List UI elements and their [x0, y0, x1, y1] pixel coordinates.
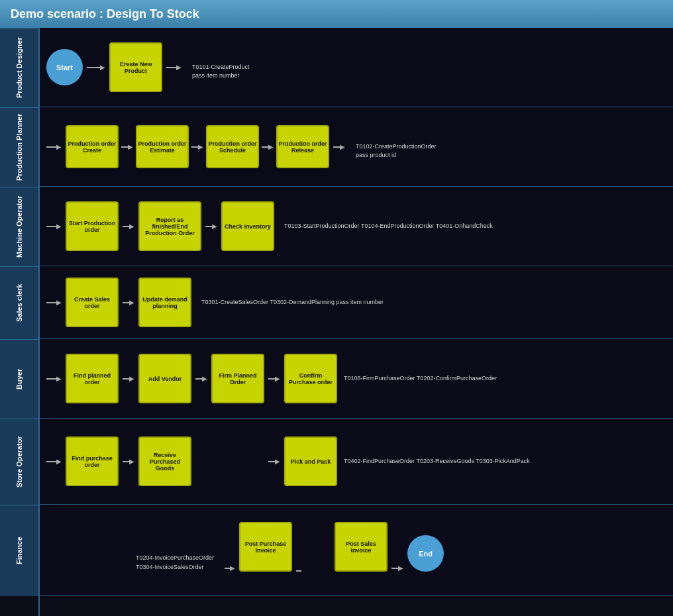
lane-label-production-planner: Production Planner	[0, 107, 38, 187]
start-node: Start	[46, 49, 83, 85]
task-firm-planned-order[interactable]: Firm Planned Order	[211, 354, 264, 403]
end-node: End	[407, 535, 444, 572]
task-add-vendor[interactable]: Add Vendor	[138, 354, 191, 403]
lane-production-planner: ▶ Production order Create ▶ Production o…	[40, 107, 673, 187]
page-title: Demo scenario : Design To Stock	[11, 7, 199, 21]
task-post-sales-invoice[interactable]: Post Sales Invoice	[335, 522, 388, 572]
task-find-purchase-order[interactable]: Find purchase order	[66, 436, 119, 486]
task-create-sales-order[interactable]: Create Sales order	[66, 278, 119, 327]
annotation-t0204-t0304: T0204-InvoicePurchaseOrder T0304-Invoice…	[136, 545, 214, 572]
task-production-order-release[interactable]: Production order Release	[276, 125, 329, 168]
task-create-new-product[interactable]: Create New Product	[109, 42, 162, 92]
lane-sales-clerk: ▶ Create Sales order ▶ Update demand pla…	[40, 266, 673, 339]
task-production-order-estimate[interactable]: Production order Estimate	[136, 125, 189, 168]
task-production-order-schedule[interactable]: Production order Schedule	[206, 125, 259, 168]
task-production-order-create[interactable]: Production order Create	[66, 125, 119, 168]
task-check-inventory[interactable]: Check Inventory	[221, 201, 274, 251]
lane-product-designer: Start ▶ Create New Product ▶ T0101-Creat…	[40, 28, 673, 107]
lane-label-sales-clerk: Sales clerk	[0, 266, 38, 339]
task-report-finished[interactable]: Report as finished/End Production Order	[138, 201, 201, 251]
title-bar: Demo scenario : Design To Stock	[0, 0, 673, 28]
lane-buyer: ▶ Find planned order ▶ Add Vendor ▶ Fi	[40, 339, 673, 419]
annotation-t0102: T0102-CreateProductionOrder pass product…	[356, 134, 437, 160]
lane-label-buyer: Buyer	[0, 339, 38, 419]
task-find-planned-order[interactable]: Find planned order	[66, 354, 119, 403]
annotation-t0301-t0302: T0301-CreateSalesOrder T0302-DemandPlann…	[201, 298, 384, 307]
annotation-t0402-t0203-t0303: T0402-FindPurchaseOrder T0203-ReceiveGoo…	[344, 457, 530, 466]
lane-label-finance: Finance	[0, 505, 38, 596]
lane-machine-operator: ▶ Start Production order ▶ Report as fin…	[40, 187, 673, 266]
task-start-production-order[interactable]: Start Production order	[66, 201, 119, 251]
annotation-t0108-t0202: T0108-FirmPurchaseOrder T0202-ConfirmPur…	[344, 374, 497, 383]
task-pick-and-pack[interactable]: Pick and Pack	[284, 436, 337, 486]
task-confirm-purchase-order[interactable]: Confirm Purchase order	[284, 354, 337, 403]
task-receive-purchased-goods[interactable]: Receive Purchased Goods	[138, 436, 191, 486]
lane-store-operator: ▶ Find purchase order ▶ Receive Purchase…	[40, 419, 673, 505]
annotation-t0103-t0104-t0401: T0103-StartProductionOrder T0104-EndProd…	[284, 222, 493, 231]
task-update-demand-planning[interactable]: Update demand planning	[138, 278, 191, 327]
lane-label-machine-operator: Machine Operator	[0, 187, 38, 266]
lane-label-product-designer: Product Designer	[0, 28, 38, 107]
task-post-purchase-invoice[interactable]: Post Purchase Invoice	[239, 522, 292, 572]
annotation-t0101: T0101-CreateProduct pass item number	[192, 55, 250, 80]
lane-finance: T0204-InvoicePurchaseOrder T0304-Invoice…	[40, 505, 673, 596]
lane-label-store-operator: Store Operator	[0, 419, 38, 505]
